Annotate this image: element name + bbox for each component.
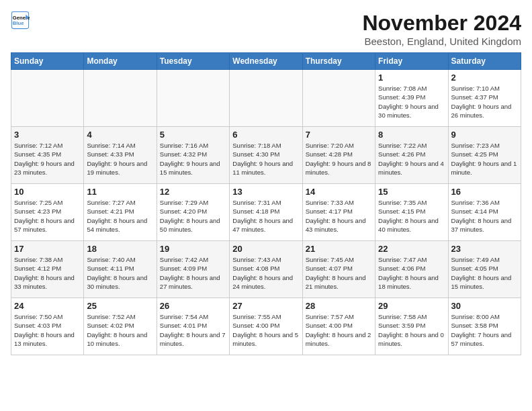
day-info: Sunrise: 7:18 AM Sunset: 4:30 PM Dayligh… (232, 141, 299, 177)
calendar-day-cell: 22Sunrise: 7:47 AM Sunset: 4:06 PM Dayli… (375, 241, 448, 298)
calendar-day-cell: 6Sunrise: 7:18 AM Sunset: 4:30 PM Daylig… (230, 127, 302, 184)
weekday-header-row: SundayMondayTuesdayWednesdayThursdayFrid… (11, 53, 521, 70)
calendar-day-cell: 10Sunrise: 7:25 AM Sunset: 4:23 PM Dayli… (11, 184, 84, 241)
calendar-day-cell: 3Sunrise: 7:12 AM Sunset: 4:35 PM Daylig… (11, 127, 84, 184)
day-number: 20 (232, 244, 299, 254)
day-number: 17 (14, 244, 81, 254)
calendar-body: 1Sunrise: 7:08 AM Sunset: 4:39 PM Daylig… (11, 70, 521, 355)
day-info: Sunrise: 8:00 AM Sunset: 3:58 PM Dayligh… (451, 312, 518, 348)
day-info: Sunrise: 7:35 AM Sunset: 4:15 PM Dayligh… (378, 198, 445, 234)
weekday-header-cell: Monday (84, 53, 157, 70)
day-number: 24 (14, 301, 81, 311)
logo-icon: General Blue (11, 11, 30, 30)
calendar-day-cell: 7Sunrise: 7:20 AM Sunset: 4:28 PM Daylig… (302, 127, 375, 184)
calendar-week-row: 3Sunrise: 7:12 AM Sunset: 4:35 PM Daylig… (11, 127, 521, 184)
weekday-header-cell: Sunday (11, 53, 84, 70)
weekday-header-cell: Thursday (302, 53, 375, 70)
day-info: Sunrise: 7:40 AM Sunset: 4:11 PM Dayligh… (87, 255, 153, 291)
day-info: Sunrise: 7:16 AM Sunset: 4:32 PM Dayligh… (160, 141, 226, 177)
day-number: 28 (306, 301, 372, 311)
day-number: 12 (160, 187, 226, 197)
calendar-day-cell: 29Sunrise: 7:58 AM Sunset: 3:59 PM Dayli… (375, 298, 448, 355)
calendar-day-cell: 9Sunrise: 7:23 AM Sunset: 4:25 PM Daylig… (448, 127, 521, 184)
weekday-header-cell: Wednesday (230, 53, 302, 70)
day-number: 4 (87, 130, 153, 140)
day-number: 9 (451, 130, 518, 140)
day-info: Sunrise: 7:20 AM Sunset: 4:28 PM Dayligh… (306, 141, 372, 177)
day-info: Sunrise: 7:12 AM Sunset: 4:35 PM Dayligh… (14, 141, 81, 177)
day-info: Sunrise: 7:08 AM Sunset: 4:39 PM Dayligh… (378, 84, 445, 120)
day-number: 15 (378, 187, 445, 197)
day-info: Sunrise: 7:50 AM Sunset: 4:03 PM Dayligh… (14, 312, 81, 348)
day-number: 8 (378, 130, 445, 140)
day-info: Sunrise: 7:14 AM Sunset: 4:33 PM Dayligh… (87, 141, 153, 177)
calendar-day-cell: 17Sunrise: 7:38 AM Sunset: 4:12 PM Dayli… (11, 241, 84, 298)
day-number: 3 (14, 130, 81, 140)
calendar-day-cell: 16Sunrise: 7:36 AM Sunset: 4:14 PM Dayli… (448, 184, 521, 241)
day-number: 11 (87, 187, 153, 197)
calendar-day-cell: 26Sunrise: 7:54 AM Sunset: 4:01 PM Dayli… (157, 298, 229, 355)
calendar-day-cell: 4Sunrise: 7:14 AM Sunset: 4:33 PM Daylig… (84, 127, 157, 184)
day-number: 5 (160, 130, 226, 140)
weekday-header-cell: Friday (375, 53, 448, 70)
calendar-week-row: 1Sunrise: 7:08 AM Sunset: 4:39 PM Daylig… (11, 70, 521, 127)
day-number: 6 (232, 130, 299, 140)
calendar-day-cell (84, 70, 157, 127)
day-info: Sunrise: 7:55 AM Sunset: 4:00 PM Dayligh… (232, 312, 299, 348)
calendar-day-cell: 19Sunrise: 7:42 AM Sunset: 4:09 PM Dayli… (157, 241, 229, 298)
day-number: 23 (451, 244, 518, 254)
day-number: 30 (451, 301, 518, 311)
day-info: Sunrise: 7:58 AM Sunset: 3:59 PM Dayligh… (378, 312, 445, 348)
calendar-title: November 2024 (362, 11, 521, 36)
logo: General Blue (11, 11, 30, 30)
day-number: 25 (87, 301, 153, 311)
calendar-week-row: 10Sunrise: 7:25 AM Sunset: 4:23 PM Dayli… (11, 184, 521, 241)
page-header: General Blue November 2024 Beeston, Engl… (11, 11, 521, 47)
calendar-day-cell: 11Sunrise: 7:27 AM Sunset: 4:21 PM Dayli… (84, 184, 157, 241)
day-info: Sunrise: 7:52 AM Sunset: 4:02 PM Dayligh… (87, 312, 153, 348)
calendar-week-row: 17Sunrise: 7:38 AM Sunset: 4:12 PM Dayli… (11, 241, 521, 298)
calendar-day-cell: 15Sunrise: 7:35 AM Sunset: 4:15 PM Dayli… (375, 184, 448, 241)
calendar-day-cell (11, 70, 84, 127)
calendar-day-cell: 18Sunrise: 7:40 AM Sunset: 4:11 PM Dayli… (84, 241, 157, 298)
calendar-day-cell (157, 70, 229, 127)
calendar-day-cell: 30Sunrise: 8:00 AM Sunset: 3:58 PM Dayli… (448, 298, 521, 355)
day-info: Sunrise: 7:31 AM Sunset: 4:18 PM Dayligh… (232, 198, 299, 234)
day-number: 27 (232, 301, 299, 311)
weekday-header-cell: Saturday (448, 53, 521, 70)
svg-text:Blue: Blue (13, 20, 24, 26)
day-info: Sunrise: 7:49 AM Sunset: 4:05 PM Dayligh… (451, 255, 518, 291)
day-info: Sunrise: 7:57 AM Sunset: 4:00 PM Dayligh… (306, 312, 372, 348)
calendar-subtitle: Beeston, England, United Kingdom (362, 36, 521, 47)
day-info: Sunrise: 7:38 AM Sunset: 4:12 PM Dayligh… (14, 255, 81, 291)
day-number: 26 (160, 301, 226, 311)
day-number: 10 (14, 187, 81, 197)
calendar-week-row: 24Sunrise: 7:50 AM Sunset: 4:03 PM Dayli… (11, 298, 521, 355)
calendar-day-cell (230, 70, 302, 127)
calendar-day-cell: 23Sunrise: 7:49 AM Sunset: 4:05 PM Dayli… (448, 241, 521, 298)
day-number: 7 (306, 130, 372, 140)
day-number: 18 (87, 244, 153, 254)
calendar-day-cell: 25Sunrise: 7:52 AM Sunset: 4:02 PM Dayli… (84, 298, 157, 355)
weekday-header-cell: Tuesday (157, 53, 229, 70)
day-info: Sunrise: 7:43 AM Sunset: 4:08 PM Dayligh… (232, 255, 299, 291)
day-info: Sunrise: 7:45 AM Sunset: 4:07 PM Dayligh… (306, 255, 372, 291)
day-info: Sunrise: 7:42 AM Sunset: 4:09 PM Dayligh… (160, 255, 226, 291)
day-number: 19 (160, 244, 226, 254)
day-info: Sunrise: 7:10 AM Sunset: 4:37 PM Dayligh… (451, 84, 518, 120)
calendar-day-cell: 2Sunrise: 7:10 AM Sunset: 4:37 PM Daylig… (448, 70, 521, 127)
calendar-day-cell: 8Sunrise: 7:22 AM Sunset: 4:26 PM Daylig… (375, 127, 448, 184)
calendar-day-cell: 28Sunrise: 7:57 AM Sunset: 4:00 PM Dayli… (302, 298, 375, 355)
calendar-day-cell: 21Sunrise: 7:45 AM Sunset: 4:07 PM Dayli… (302, 241, 375, 298)
day-number: 22 (378, 244, 445, 254)
day-number: 14 (306, 187, 372, 197)
day-number: 13 (232, 187, 299, 197)
day-info: Sunrise: 7:29 AM Sunset: 4:20 PM Dayligh… (160, 198, 226, 234)
day-info: Sunrise: 7:27 AM Sunset: 4:21 PM Dayligh… (87, 198, 153, 234)
day-info: Sunrise: 7:22 AM Sunset: 4:26 PM Dayligh… (378, 141, 445, 177)
calendar-day-cell: 13Sunrise: 7:31 AM Sunset: 4:18 PM Dayli… (230, 184, 302, 241)
calendar-day-cell: 20Sunrise: 7:43 AM Sunset: 4:08 PM Dayli… (230, 241, 302, 298)
day-number: 1 (378, 73, 445, 83)
day-info: Sunrise: 7:23 AM Sunset: 4:25 PM Dayligh… (451, 141, 518, 177)
calendar-day-cell: 12Sunrise: 7:29 AM Sunset: 4:20 PM Dayli… (157, 184, 229, 241)
